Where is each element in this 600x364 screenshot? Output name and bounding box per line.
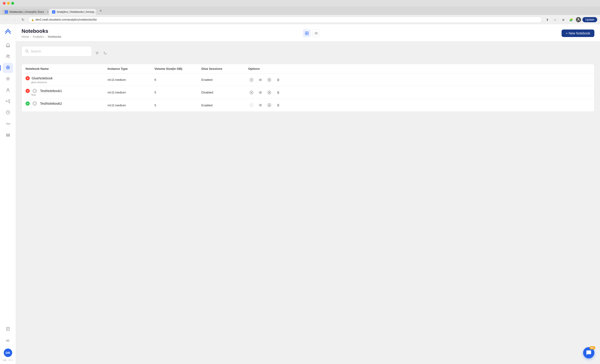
- sidebar-item-clock[interactable]: [3, 108, 13, 118]
- sidebar-logo[interactable]: [3, 27, 13, 36]
- svg-rect-16: [305, 32, 307, 33]
- sidebar-item-team[interactable]: [3, 52, 13, 62]
- traffic-lights: [3, 2, 14, 5]
- play-button-1[interactable]: [248, 77, 255, 83]
- toolbar-icons: ⬆ ☆ ⊕ 🧩 Update: [544, 16, 597, 23]
- sidebar-item-az[interactable]: AZ: [3, 336, 13, 346]
- new-notebook-button[interactable]: + New Notebook: [562, 29, 594, 37]
- stop-button-1[interactable]: [266, 77, 272, 83]
- close-traffic-light[interactable]: [3, 2, 6, 5]
- notebook-name-row-3: TestNotebook2: [26, 101, 108, 106]
- delete-button-3[interactable]: [275, 102, 281, 109]
- user-icon: [6, 88, 10, 93]
- main-content: Notebooks Home › Analytics › Notebooks +…: [16, 24, 600, 364]
- svg-point-36: [27, 102, 29, 105]
- tab-label-2: Analytics | Notebooks | Amorp…: [57, 10, 96, 14]
- stop-button-3[interactable]: [266, 102, 272, 109]
- tab-favicon-2: A: [52, 10, 55, 14]
- browser-tab-1[interactable]: A Notebooks | Amorphic Docs ✕: [2, 9, 49, 15]
- svg-point-29: [34, 90, 36, 92]
- storage-icon: [6, 133, 10, 138]
- notebook-name-row-2: TestNotebook1: [26, 89, 108, 93]
- view-button-2[interactable]: [257, 89, 264, 96]
- options-cell-2: [248, 89, 591, 96]
- search-row: [22, 46, 594, 60]
- notebook-name-row-1: GlueNotebook: [26, 76, 108, 80]
- sidebar-item-settings[interactable]: [3, 74, 13, 84]
- sidebar-item-doc[interactable]: [3, 324, 13, 335]
- address-bar[interactable]: 🔒 dev2.cwdl.cloudwick.com/analytics/note…: [28, 16, 542, 23]
- search-input[interactable]: [31, 49, 88, 53]
- forward-button[interactable]: ›: [11, 16, 18, 23]
- extensions-icon[interactable]: ⊕: [560, 16, 566, 23]
- tab-label-1: Notebooks | Amorphic Docs: [9, 10, 44, 14]
- update-button[interactable]: Update: [582, 17, 597, 22]
- title-bar: [0, 0, 600, 7]
- sidebar-item-users[interactable]: [3, 85, 13, 96]
- reload-button[interactable]: ↻: [20, 16, 26, 23]
- refresh-button[interactable]: [102, 50, 109, 56]
- breadcrumb-sep-1: ›: [30, 35, 31, 38]
- svg-point-32: [259, 91, 262, 93]
- col-header-options: Options: [248, 67, 591, 71]
- az-icon: AZ: [6, 339, 9, 342]
- home-icon: [6, 43, 10, 48]
- stop-button-2[interactable]: [266, 89, 272, 96]
- profile-icon[interactable]: [576, 17, 581, 22]
- share-icon[interactable]: ⬆: [544, 16, 551, 23]
- svg-point-9: [9, 102, 10, 103]
- svg-point-0: [578, 18, 579, 20]
- page-header: Notebooks Home › Analytics › Notebooks +…: [16, 24, 600, 41]
- play-disabled-button-3[interactable]: [248, 102, 255, 109]
- svg-point-2: [8, 55, 9, 56]
- svg-point-14: [9, 136, 9, 136]
- address-text: dev2.cwdl.cloudwick.com/analytics/notebo…: [35, 18, 539, 21]
- browser-tab-2[interactable]: A Analytics | Notebooks | Amorp… ✕: [49, 9, 96, 15]
- page-title: Notebooks: [22, 28, 61, 34]
- col-header-name: Notebook Name: [26, 67, 108, 71]
- minimize-traffic-light[interactable]: [7, 2, 10, 5]
- breadcrumb-home[interactable]: Home: [22, 35, 29, 38]
- svg-point-4: [7, 67, 9, 68]
- puzzle-icon[interactable]: 🧩: [568, 16, 574, 23]
- content-area: Notebook Name Instance Type Volume Size(…: [16, 41, 600, 364]
- col-header-instance: Instance Type: [108, 67, 154, 71]
- svg-point-24: [259, 79, 262, 81]
- tabs-bar: A Notebooks | Amorphic Docs ✕ A Analytic…: [0, 7, 600, 15]
- svg-point-6: [7, 88, 9, 90]
- col-header-glue: Glue Sessions: [201, 67, 248, 71]
- sidebar-item-home[interactable]: [3, 40, 13, 51]
- svg-rect-35: [269, 92, 270, 93]
- sidebar-item-storage[interactable]: [3, 130, 13, 141]
- sidebar-item-analytics[interactable]: [3, 63, 13, 73]
- chat-widget[interactable]: 99+: [583, 347, 594, 358]
- view-button-3[interactable]: [257, 102, 264, 109]
- table-row: TestNotebook1 Test ml.t2.medium 5 Disabl…: [22, 86, 594, 99]
- sidebar-avatar[interactable]: DR: [4, 348, 12, 357]
- chat-badge: 99+: [590, 346, 595, 349]
- sidebar-item-waves[interactable]: [3, 119, 13, 129]
- notebook-tag-1: glue-sessions: [31, 81, 108, 84]
- analytics-icon: [6, 65, 10, 71]
- sidebar-item-pipelines[interactable]: [3, 97, 13, 107]
- svg-marker-39: [251, 104, 253, 106]
- notebook-name-cell-2: TestNotebook1 Test: [26, 86, 108, 99]
- delete-button-1[interactable]: [275, 77, 281, 83]
- play-button-2[interactable]: [248, 89, 255, 96]
- svg-point-33: [260, 92, 261, 93]
- volume-size-2: 5: [154, 91, 201, 94]
- volume-size-3: 5: [154, 104, 201, 107]
- filter-button[interactable]: [94, 50, 100, 56]
- delete-button-2[interactable]: [275, 89, 281, 96]
- bookmark-icon[interactable]: ☆: [552, 16, 559, 23]
- breadcrumb-analytics[interactable]: Analytics: [33, 35, 44, 38]
- add-tab-button[interactable]: +: [97, 8, 104, 14]
- svg-rect-19: [307, 34, 309, 35]
- tab-close-1[interactable]: ✕: [47, 10, 48, 14]
- back-button[interactable]: ‹: [3, 16, 9, 23]
- svg-marker-31: [251, 92, 253, 93]
- list-view-button[interactable]: [312, 29, 320, 37]
- grid-view-button[interactable]: [303, 29, 310, 37]
- view-button-1[interactable]: [257, 77, 264, 83]
- maximize-traffic-light[interactable]: [11, 2, 14, 5]
